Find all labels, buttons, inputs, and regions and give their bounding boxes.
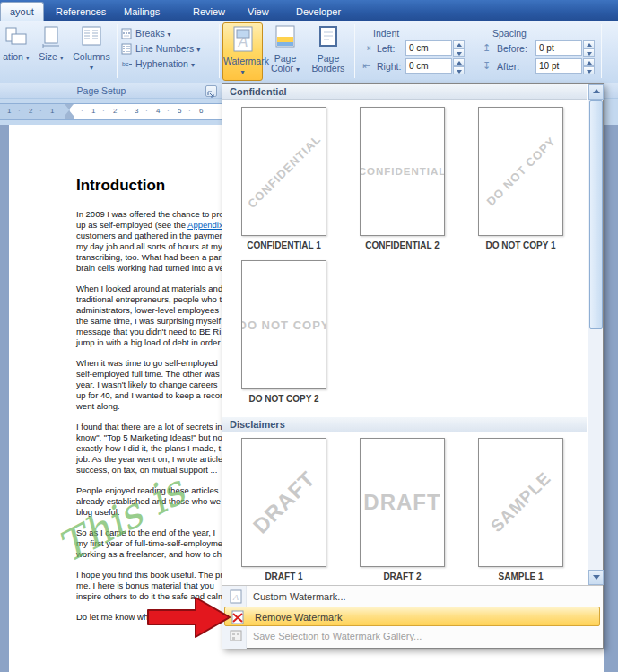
- word-window: ayout References Mailings Review View De…: [0, 0, 618, 672]
- indent-left-input[interactable]: 0 cm: [405, 40, 452, 56]
- chevron-down-icon: ▾: [60, 54, 64, 62]
- spacing-header: Spacing: [492, 28, 527, 39]
- group-divider: [219, 24, 220, 78]
- watermark-option-draft-2[interactable]: DRAFT DRAFT 2: [359, 438, 446, 581]
- gallery-scrollbar[interactable]: [588, 84, 603, 585]
- breaks-button[interactable]: Breaks ▾: [121, 27, 171, 41]
- text-fragment: up as self-employed (see the: [76, 220, 187, 230]
- watermark-option-sample-1[interactable]: SAMPLE SAMPLE 1: [477, 438, 564, 581]
- gallery-section-disclaimers: Disclaimers: [222, 417, 587, 432]
- first-line-indent-marker[interactable]: [65, 104, 74, 109]
- watermark-option-do-not-copy-1[interactable]: DO NOT COPY DO NOT COPY 1: [477, 107, 564, 250]
- ruler-number: 1: [91, 107, 95, 115]
- orientation-button[interactable]: ation ▾: [0, 22, 32, 81]
- page-setup-dialog-launcher[interactable]: [205, 85, 217, 97]
- tab-references[interactable]: References: [47, 3, 115, 21]
- columns-button[interactable]: Columns ▾: [70, 22, 113, 81]
- remove-watermark-menu-item[interactable]: A Remove Watermark: [224, 607, 600, 626]
- stepper-down-icon[interactable]: [583, 66, 595, 74]
- stepper-up-icon[interactable]: [453, 40, 465, 48]
- tab-developer[interactable]: Developer: [287, 3, 350, 21]
- page-borders-button[interactable]: Page Borders: [307, 22, 350, 81]
- thumbnail-watermark-text: DRAFT: [363, 490, 440, 515]
- watermark-thumbnail: SAMPLE: [478, 438, 563, 567]
- stepper-down-icon[interactable]: [583, 48, 595, 57]
- spacing-before-stepper[interactable]: [583, 40, 595, 57]
- watermark-option-do-not-copy-2[interactable]: DO NOT COPY DO NOT COPY 2: [240, 260, 327, 404]
- scroll-down-button[interactable]: [588, 570, 604, 585]
- watermark-label: Watermark: [223, 56, 269, 66]
- tab-review[interactable]: Review: [184, 3, 234, 21]
- spacing-after-icon: ↧: [483, 60, 491, 72]
- watermark-thumbnail: DO NOT COPY: [241, 260, 326, 389]
- hyphenation-icon: bc: [121, 58, 133, 70]
- ruler-number: 1: [50, 107, 54, 115]
- remove-watermark-label: Remove Watermark: [255, 607, 342, 627]
- tab-mailings[interactable]: Mailings: [115, 3, 169, 21]
- stepper-up-icon[interactable]: [583, 40, 595, 48]
- columns-icon: [70, 25, 113, 50]
- ribbon: ation ▾ Size ▾ Columns ▾ Breaks ▾ Line N…: [0, 21, 618, 83]
- ruler-number: 4: [156, 107, 160, 115]
- ruler-number: 5: [178, 107, 181, 115]
- stepper-down-icon[interactable]: [453, 48, 465, 57]
- ruler-number: 2: [29, 107, 32, 115]
- watermark-thumbnail: CONFIDENTIAL: [241, 107, 326, 236]
- chevron-down-icon: ▾: [296, 65, 300, 74]
- indent-right-input[interactable]: 0 cm: [405, 58, 452, 74]
- group-divider: [601, 24, 602, 78]
- columns-label: Columns: [73, 51, 109, 62]
- watermark-button[interactable]: A Watermark ▾: [222, 22, 263, 81]
- page-borders-label: Page Borders: [312, 53, 345, 74]
- ruler-tick: ·: [145, 107, 148, 115]
- watermark-thumbnail: DRAFT: [360, 438, 445, 567]
- scroll-down-icon: [593, 575, 600, 580]
- tab-page-layout[interactable]: ayout: [0, 2, 44, 21]
- stepper-up-icon[interactable]: [453, 58, 465, 66]
- ruler-tick: ·: [124, 107, 126, 115]
- save-selection-label: Save Selection to Watermark Gallery...: [253, 626, 422, 646]
- thumbnail-watermark-text: SAMPLE: [487, 468, 555, 537]
- line-numbers-icon: [121, 43, 133, 55]
- ruler-tick: ·: [81, 107, 83, 115]
- spacing-before-input[interactable]: 0 pt: [535, 40, 582, 56]
- page-color-button[interactable]: Page Color ▾: [265, 22, 305, 81]
- ruler-number: 6: [199, 107, 203, 115]
- custom-watermark-label: Custom Watermark...: [253, 587, 346, 607]
- gallery-section-confidential: Confidential: [222, 84, 587, 100]
- size-button[interactable]: Size ▾: [34, 22, 68, 81]
- indent-right-icon: ⇤: [362, 60, 370, 72]
- hyphenation-button[interactable]: bcHyphenation ▾: [121, 57, 195, 72]
- ruler-tick: ·: [167, 107, 170, 115]
- left-indent-marker[interactable]: [65, 116, 74, 119]
- right-arrow-icon: [146, 595, 232, 641]
- watermark-option-confidential-1[interactable]: CONFIDENTIAL CONFIDENTIAL 1: [240, 107, 327, 250]
- stepper-up-icon[interactable]: [583, 58, 595, 66]
- chevron-down-icon: ▾: [90, 64, 93, 72]
- indent-right-stepper[interactable]: [453, 58, 465, 74]
- window-background: [0, 125, 9, 672]
- scrollbar-thumb[interactable]: [589, 100, 603, 329]
- watermark-menu-commands: A Custom Watermark... A Remove Watermark…: [222, 585, 603, 648]
- size-icon: [34, 25, 68, 50]
- scroll-up-button[interactable]: [588, 84, 604, 100]
- ruler-tick: ·: [18, 107, 21, 115]
- thumbnail-watermark-text: DO NOT COPY: [241, 319, 326, 332]
- breaks-label: Breaks: [135, 28, 165, 39]
- custom-watermark-menu-item[interactable]: A Custom Watermark...: [223, 587, 601, 607]
- watermark-option-draft-1[interactable]: DRAFT DRAFT 1: [240, 438, 327, 581]
- spacing-after-input[interactable]: 10 pt: [535, 58, 582, 74]
- thumbnail-watermark-text: CONFIDENTIAL: [245, 132, 324, 211]
- indent-left-icon: ⇥: [362, 42, 370, 54]
- appendix-link[interactable]: Appendix: [187, 220, 223, 230]
- orientation-icon: [0, 25, 32, 50]
- thumbnail-label: DRAFT 1: [240, 572, 327, 581]
- line-numbers-button[interactable]: Line Numbers ▾: [121, 42, 200, 57]
- ruler-number: 1: [7, 107, 11, 115]
- indent-left-stepper[interactable]: [453, 40, 465, 57]
- spacing-after-stepper[interactable]: [583, 58, 595, 74]
- tab-view[interactable]: View: [239, 3, 278, 21]
- watermark-option-confidential-2[interactable]: CONFIDENTIAL CONFIDENTIAL 2: [359, 107, 446, 250]
- stepper-down-icon[interactable]: [453, 66, 465, 74]
- red-arrow-annotation: [146, 595, 232, 645]
